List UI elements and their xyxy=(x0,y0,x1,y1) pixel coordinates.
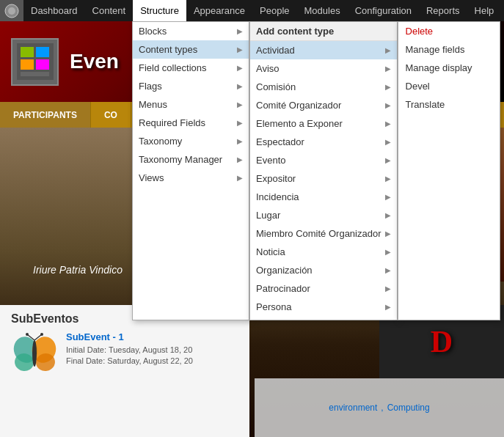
ct-persona[interactable]: Persona ▶ xyxy=(250,298,397,316)
action-devel[interactable]: Devel xyxy=(398,77,500,95)
ct-evento[interactable]: Evento ▶ xyxy=(250,151,397,169)
tag-environment[interactable]: environment xyxy=(329,403,377,413)
svg-rect-6 xyxy=(36,59,49,70)
arrow-icon: ▶ xyxy=(237,82,243,90)
dropdown-container: Blocks ▶ Content types ▶ Field collectio… xyxy=(132,21,500,320)
menu-item-blocks[interactable]: Blocks ▶ xyxy=(133,22,249,40)
ct-incidencia[interactable]: Incidencia ▶ xyxy=(250,188,397,206)
tag-area: environment, Computing xyxy=(255,378,504,437)
menu-item-flags[interactable]: Flags ▶ xyxy=(133,77,249,95)
arrow-icon: ▶ xyxy=(237,119,243,127)
arrow-icon: ▶ xyxy=(385,83,391,91)
arrow-icon: ▶ xyxy=(237,137,243,145)
arrow-icon: ▶ xyxy=(385,46,391,54)
actividad-actions-dropdown: Delete Manage fields Manage display Deve… xyxy=(398,21,500,320)
arrow-icon: ▶ xyxy=(237,45,243,54)
add-content-type-header[interactable]: Add content type xyxy=(250,22,397,41)
svg-point-12 xyxy=(32,340,37,367)
ct-espectador[interactable]: Espectador ▶ xyxy=(250,133,397,151)
menu-item-field-collections[interactable]: Field collections ▶ xyxy=(133,59,249,77)
tab-participants[interactable]: PARTICIPANTS xyxy=(0,102,91,128)
svg-point-16 xyxy=(40,333,43,336)
caption-text: Iriure Patria Vindico xyxy=(33,264,123,276)
nav-reports[interactable]: Reports xyxy=(419,0,467,21)
ct-elemento-a-exponer[interactable]: Elemento a Exponer ▶ xyxy=(250,114,397,133)
top-navigation: Dashboard Content Structure Appearance P… xyxy=(0,0,504,21)
arrow-icon: ▶ xyxy=(385,101,391,109)
arrow-icon: ▶ xyxy=(237,174,243,182)
arrow-icon: ▶ xyxy=(385,248,391,256)
ct-comite-organizador[interactable]: Comité Organizador ▶ xyxy=(250,96,397,114)
sub-event-initial-date: Initial Date: Tuesday, August 18, 20 xyxy=(66,345,193,356)
arrow-icon: ▶ xyxy=(385,138,391,146)
content-types-list: Actividad ▶ Aviso ▶ Comisión ▶ Comité Or… xyxy=(250,41,397,320)
structure-dropdown: Blocks ▶ Content types ▶ Field collectio… xyxy=(132,21,249,320)
arrow-icon: ▶ xyxy=(237,27,243,35)
site-logo[interactable] xyxy=(0,0,23,21)
nav-configuration[interactable]: Configuration xyxy=(348,0,419,21)
nav-content[interactable]: Content xyxy=(85,0,134,21)
nav-modules[interactable]: Modules xyxy=(297,0,348,21)
arrow-icon: ▶ xyxy=(385,211,391,219)
arrow-icon: ▶ xyxy=(385,193,391,201)
arrow-icon: ▶ xyxy=(237,155,243,164)
action-manage-display[interactable]: Manage display xyxy=(398,59,500,77)
svg-point-15 xyxy=(26,333,29,336)
sub-section: SubEventos xyxy=(0,305,249,437)
action-manage-fields[interactable]: Manage fields xyxy=(398,40,500,59)
svg-rect-7 xyxy=(21,72,49,76)
menu-item-content-types[interactable]: Content types ▶ xyxy=(133,40,249,59)
arrow-icon: ▶ xyxy=(385,303,391,311)
menu-item-menus[interactable]: Menus ▶ xyxy=(133,95,249,114)
ct-organizacion[interactable]: Organización ▶ xyxy=(250,261,397,279)
nav-people[interactable]: People xyxy=(252,0,296,21)
content-types-dropdown: Add content type Actividad ▶ Aviso ▶ Com… xyxy=(249,21,398,320)
ct-pni[interactable]: PNI ▶ xyxy=(250,316,397,320)
sub-event-item: SubEvent - 1 Initial Date: Tuesday, Augu… xyxy=(11,331,238,379)
nav-dashboard[interactable]: Dashboard xyxy=(23,0,85,21)
arrow-icon: ▶ xyxy=(385,266,391,274)
ct-patrocinador[interactable]: Patrocinador ▶ xyxy=(250,279,397,298)
ct-comision[interactable]: Comisión ▶ xyxy=(250,78,397,96)
ct-miembro-comite[interactable]: Miembro Comité Organizador ▶ xyxy=(250,224,397,243)
event-logo xyxy=(11,38,59,86)
arrow-icon: ▶ xyxy=(385,229,391,238)
arrow-icon: ▶ xyxy=(385,156,391,164)
menu-item-views[interactable]: Views ▶ xyxy=(133,169,249,187)
menu-item-taxonomy[interactable]: Taxonomy ▶ xyxy=(133,132,249,150)
tab-co[interactable]: CO xyxy=(91,102,131,128)
nav-help[interactable]: Help xyxy=(467,0,502,21)
ct-noticia[interactable]: Noticia ▶ xyxy=(250,243,397,261)
sub-event-info: SubEvent - 1 Initial Date: Tuesday, Augu… xyxy=(66,331,193,367)
svg-rect-4 xyxy=(21,59,34,70)
svg-rect-3 xyxy=(21,47,34,57)
nav-structure[interactable]: Structure xyxy=(133,0,186,21)
menu-item-required-fields[interactable]: Required Fields ▶ xyxy=(133,114,249,132)
svg-rect-5 xyxy=(36,47,49,57)
arrow-icon: ▶ xyxy=(385,65,391,73)
action-translate[interactable]: Translate xyxy=(398,95,500,114)
ct-aviso[interactable]: Aviso ▶ xyxy=(250,59,397,78)
sub-event-final-date: Final Date: Saturday, August 22, 20 xyxy=(66,356,193,367)
page-background: Even PARTICIPANTS CO SC SERVICES SPONSOR… xyxy=(0,21,504,437)
tag-computing[interactable]: Computing xyxy=(387,403,430,413)
nav-appearance[interactable]: Appearance xyxy=(186,0,252,21)
sub-event-logo xyxy=(11,331,59,379)
arrow-icon: ▶ xyxy=(385,120,391,128)
arrow-icon: ▶ xyxy=(237,64,243,72)
svg-point-1 xyxy=(8,7,15,15)
ct-actividad[interactable]: Actividad ▶ xyxy=(250,41,397,59)
arrow-icon: ▶ xyxy=(385,175,391,183)
action-delete[interactable]: Delete xyxy=(398,22,500,40)
ct-expositor[interactable]: Expositor ▶ xyxy=(250,169,397,188)
arrow-icon: ▶ xyxy=(385,284,391,293)
sub-event-name[interactable]: SubEvent - 1 xyxy=(66,331,193,342)
arrow-icon: ▶ xyxy=(237,100,243,109)
ct-lugar[interactable]: Lugar ▶ xyxy=(250,206,397,224)
event-title: Even xyxy=(70,50,119,73)
menu-item-taxonomy-manager[interactable]: Taxonomy Manager ▶ xyxy=(133,150,249,169)
